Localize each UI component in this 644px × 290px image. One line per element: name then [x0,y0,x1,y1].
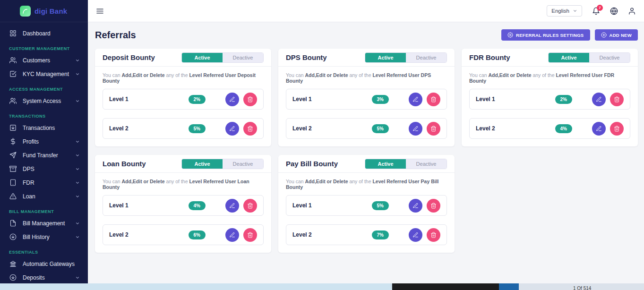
notification-count-badge: 7 [597,5,603,11]
toggle-deactive-option[interactable]: Deactive [223,159,263,169]
sidebar-item-profits[interactable]: Profits [0,135,88,148]
level-label: Level 2 [109,231,189,238]
user-profile-icon[interactable] [628,7,636,15]
toggle-active-option[interactable]: Active [182,53,223,62]
edit-level-button[interactable] [225,199,239,213]
toggle-deactive-option[interactable]: Deactive [589,53,630,62]
bounty-card-fdr-bounty: FDR BountyActiveDeactiveYou can Add,Edit… [462,49,638,146]
bounty-card-dps-bounty: DPS BountyActiveDeactiveYou can Add,Edit… [278,49,455,146]
level-label: Level 2 [292,231,372,238]
edit-level-button[interactable] [409,122,422,136]
edit-pencil-icon [229,232,235,238]
bottom-overlay-strip: 1 Of 514 [0,283,644,290]
arrow-down-circle-icon [9,274,17,281]
edit-level-button[interactable] [409,93,422,106]
card-title: Deposit Bounty [103,53,155,61]
content-area: Referrals REFERRAL RULES SETTINGS ADD NE… [88,22,644,290]
toggle-deactive-option[interactable]: Deactive [223,53,263,62]
sidebar-item-label: KYC Management [23,71,75,77]
add-new-button[interactable]: ADD NEW [595,29,638,41]
language-select-value: English [551,8,569,14]
delete-level-button[interactable] [243,228,257,242]
sidebar-item-dashboard[interactable]: Dashboard [0,26,88,40]
toggle-active-option[interactable]: Active [365,53,406,62]
chevron-down-icon [75,99,80,103]
sidebar-item-label: Automatic Gateways [23,261,80,267]
level-row: Level 27% [286,224,447,245]
level-label: Level 1 [292,96,372,102]
level-label: Level 2 [476,125,555,132]
delete-level-button[interactable] [427,199,440,213]
level-row: Level 12% [103,89,264,110]
level-row: Level 25% [286,118,447,139]
toggle-active-option[interactable]: Active [365,159,406,169]
card-description: You can Add,Edit or Delete any of the Le… [103,179,264,190]
dashboard-icon [9,30,17,37]
bounty-card-pay-bill-bounty: Pay Bill BountyActiveDeactiveYou can Add… [278,155,455,253]
globe-icon[interactable] [610,7,618,15]
bounty-cards-grid: Deposit BountyActiveDeactiveYou can Add,… [95,49,638,253]
bottom-strip-clipped-text: 1 Of 514 [573,286,591,290]
chevron-down-icon [75,275,80,280]
card-header: Deposit BountyActiveDeactive [95,49,271,67]
level-row: Level 13% [286,89,447,110]
level-row: Level 15% [286,195,447,216]
delete-level-button[interactable] [243,199,257,213]
sidebar-item-fdr[interactable]: FDR [0,176,88,189]
delete-level-button[interactable] [610,93,624,106]
sidebar-item-fund-transfer[interactable]: Fund Transfer [0,148,88,162]
sidebar-item-bill-management[interactable]: Bill Management [0,216,88,230]
level-percentage-badge: 5% [372,201,389,210]
bottom-strip-blue-box [499,283,519,290]
edit-level-button[interactable] [409,228,422,242]
delete-level-button[interactable] [427,228,440,242]
toggle-active-option[interactable]: Active [182,159,223,169]
edit-level-button[interactable] [592,93,606,106]
app-root: digi Bank DashboardCUSTOMER MANAGEMENTCu… [0,0,644,290]
edit-level-button[interactable] [225,228,239,242]
language-select[interactable]: English [547,5,582,17]
level-percentage-badge: 4% [555,124,572,133]
level-label: Level 1 [292,202,372,209]
alert-triangle-icon [9,193,17,200]
level-label: Level 1 [476,96,555,102]
toggle-deactive-option[interactable]: Deactive [406,159,447,169]
sidebar-item-loan[interactable]: Loan [0,189,88,203]
edit-pencil-icon [412,203,419,209]
level-row: Level 14% [103,195,264,216]
sidebar-item-deposits[interactable]: Deposits [0,271,88,284]
edit-level-button[interactable] [225,93,239,106]
delete-level-button[interactable] [243,122,257,136]
delete-level-button[interactable] [427,122,440,136]
sidebar-item-transactions[interactable]: Transactions [0,121,88,135]
menu-toggle-icon[interactable] [96,7,104,15]
sidebar-item-system-access[interactable]: System Access [0,94,88,108]
delete-level-button[interactable] [243,93,257,106]
chevron-down-icon [75,72,80,77]
toggle-deactive-option[interactable]: Deactive [406,53,447,62]
card-title: Loan Bounty [103,160,146,168]
chevron-down-icon [75,167,80,171]
brand-logo[interactable]: digi Bank [0,0,88,22]
card-body: You can Add,Edit or Delete any of the Le… [95,67,271,146]
sidebar-item-label: Bill History [23,234,75,240]
sidebar-item-bill-history[interactable]: Bill History [0,230,88,244]
chevron-down-icon [75,58,80,63]
sidebar-item-automatic-gateways[interactable]: Automatic Gateways [0,257,88,271]
edit-level-button[interactable] [592,122,606,136]
delete-level-button[interactable] [610,122,624,136]
level-row: Level 26% [103,224,264,245]
sidebar-item-kyc-management[interactable]: KYC Management [0,67,88,81]
trash-icon [614,96,620,102]
tablet-icon [9,179,17,187]
delete-level-button[interactable] [427,93,440,106]
edit-level-button[interactable] [409,199,422,213]
status-toggle: ActiveDeactive [365,52,447,63]
edit-level-button[interactable] [225,122,239,136]
sidebar-item-label: Profits [23,138,75,145]
notifications-bell-icon[interactable]: 7 [592,7,600,15]
toggle-active-option[interactable]: Active [549,53,589,62]
referral-rules-settings-button[interactable]: REFERRAL RULES SETTINGS [501,29,590,41]
sidebar-item-dps[interactable]: DPS [0,162,88,176]
sidebar-item-customers[interactable]: Customers [0,53,88,67]
